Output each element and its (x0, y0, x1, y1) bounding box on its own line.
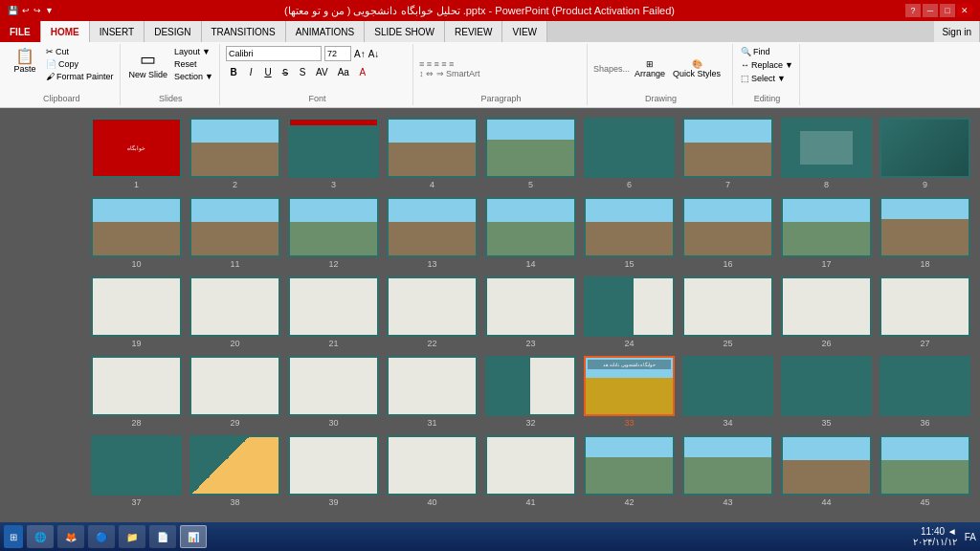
increase-font-button[interactable]: A↓ (368, 49, 380, 59)
tab-design[interactable]: DESIGN (145, 21, 201, 42)
taskbar-acrobat[interactable]: 📄 (149, 525, 176, 548)
slide-item-16[interactable]: 16 (682, 197, 773, 269)
slide-item-32[interactable]: 32 (485, 356, 576, 428)
tab-view[interactable]: VIEW (502, 21, 547, 42)
slide-thumb-42[interactable] (584, 435, 675, 496)
find-button[interactable]: 🔍 Find (739, 46, 772, 57)
shadow-button[interactable]: S (295, 65, 310, 79)
slide-item-15[interactable]: 15 (584, 197, 675, 269)
slide-item-39[interactable]: 39 (288, 435, 379, 507)
tab-file[interactable]: FILE (0, 21, 41, 42)
slide-thumb-4[interactable] (387, 118, 478, 178)
slide-thumb-16[interactable] (682, 197, 773, 257)
tab-review[interactable]: REVIEW (445, 21, 502, 42)
slide-thumb-10[interactable] (91, 197, 182, 257)
minimize-button[interactable]: ─ (923, 4, 938, 17)
slide-thumb-26[interactable] (781, 276, 872, 337)
slide-thumb-36[interactable] (880, 356, 970, 416)
slide-thumb-24[interactable] (584, 276, 675, 337)
strikethrough-button[interactable]: S̶ (278, 65, 293, 79)
undo-icon[interactable]: ↩ (22, 6, 30, 15)
slide-item-35[interactable]: 35 (781, 356, 872, 428)
new-slide-button[interactable]: ▭ New Slide (126, 46, 171, 82)
taskbar-ie[interactable]: 🌐 (27, 525, 54, 548)
slide-thumb-30[interactable] (288, 356, 379, 416)
slide-thumb-21[interactable] (288, 276, 379, 337)
paste-button[interactable]: 📋 Paste (8, 46, 42, 77)
slide-thumb-29[interactable] (189, 356, 280, 416)
slide-item-4[interactable]: 4 (387, 118, 478, 189)
font-size-input[interactable] (324, 46, 351, 61)
slide-thumb-12[interactable] (288, 197, 379, 257)
replace-button[interactable]: ↔ Replace ▼ (739, 59, 795, 71)
slide-thumb-35[interactable] (781, 356, 872, 416)
slide-thumb-41[interactable] (485, 435, 576, 496)
slide-item-45[interactable]: 45 (880, 435, 970, 507)
tab-insert[interactable]: INSERT (90, 21, 145, 42)
slide-thumb-17[interactable] (781, 197, 872, 257)
slide-item-30[interactable]: 30 (288, 356, 379, 428)
tab-slideshow[interactable]: SLIDE SHOW (365, 21, 445, 42)
slide-item-2[interactable]: 2 (189, 118, 280, 189)
underline-button[interactable]: U (260, 65, 276, 79)
change-case-button[interactable]: Aa (334, 65, 353, 79)
slide-item-6[interactable]: 6 (584, 118, 675, 189)
cut-button[interactable]: ✂ Cut (44, 46, 116, 57)
arrange-button[interactable]: ⊞ Arrange (632, 56, 668, 81)
slide-thumb-19[interactable] (91, 276, 182, 337)
section-button[interactable]: Section ▼ (172, 71, 215, 82)
slide-thumb-34[interactable] (682, 356, 773, 416)
slide-thumb-13[interactable] (387, 197, 478, 257)
tab-home[interactable]: HOME (41, 21, 90, 42)
select-button[interactable]: ⬚ Select ▼ (739, 73, 788, 84)
sign-in-button[interactable]: Sign in (934, 21, 980, 42)
slide-item-34[interactable]: 34 (682, 356, 773, 428)
tab-transitions[interactable]: TRANSITIONS (202, 21, 286, 42)
slide-item-3[interactable]: 3 (288, 118, 379, 189)
restore-button[interactable]: □ (940, 4, 955, 17)
slide-thumb-31[interactable] (387, 356, 478, 416)
slide-item-33[interactable]: خوابگاه دانشجویی نادانه هد 33 (584, 356, 675, 428)
slide-thumb-5[interactable] (485, 118, 576, 178)
slide-item-8[interactable]: 8 (781, 118, 872, 189)
slide-thumb-27[interactable] (880, 276, 970, 337)
slide-item-1[interactable]: خوابگاه 1 (91, 118, 182, 189)
slide-thumb-8[interactable] (781, 118, 872, 178)
slide-sorter[interactable]: 9 8 7 6 (0, 108, 980, 531)
slide-item-26[interactable]: 26 (781, 276, 872, 348)
slide-thumb-33[interactable]: خوابگاه دانشجویی نادانه هد (584, 356, 675, 416)
save-icon[interactable]: 💾 (8, 6, 18, 15)
font-name-input[interactable] (226, 46, 322, 61)
decrease-font-button[interactable]: A↑ (354, 49, 366, 59)
slide-item-23[interactable]: 23 (485, 276, 576, 348)
slide-thumb-23[interactable] (485, 276, 576, 337)
font-color-button[interactable]: A (355, 65, 370, 79)
slide-thumb-18[interactable] (880, 197, 970, 257)
slide-thumb-2[interactable] (189, 118, 280, 178)
bold-button[interactable]: B (226, 65, 241, 79)
slide-thumb-11[interactable] (189, 197, 280, 257)
slide-thumb-38[interactable] (189, 435, 280, 496)
slide-item-12[interactable]: 12 (288, 197, 379, 269)
customize-icon[interactable]: ▼ (45, 6, 54, 15)
taskbar-chrome[interactable]: 🔵 (88, 525, 115, 548)
char-spacing-button[interactable]: AV (312, 65, 332, 79)
slide-thumb-15[interactable] (584, 197, 675, 257)
slide-thumb-45[interactable] (880, 435, 970, 496)
slide-item-38[interactable]: 38 (189, 435, 280, 507)
taskbar-firefox[interactable]: 🦊 (57, 525, 84, 548)
slide-thumb-3[interactable] (288, 118, 379, 178)
taskbar-powerpoint[interactable]: 📊 (180, 525, 207, 548)
slide-item-43[interactable]: 43 (682, 435, 773, 507)
slide-thumb-25[interactable] (682, 276, 773, 337)
slide-item-10[interactable]: 10 (91, 197, 182, 269)
slide-item-20[interactable]: 20 (189, 276, 280, 348)
slide-thumb-37[interactable] (91, 435, 182, 496)
reset-button[interactable]: Reset (172, 58, 215, 70)
slide-item-40[interactable]: 40 (387, 435, 478, 507)
italic-button[interactable]: I (243, 65, 258, 79)
slide-item-22[interactable]: 22 (387, 276, 478, 348)
slide-item-44[interactable]: 44 (781, 435, 872, 507)
slide-thumb-22[interactable] (387, 276, 478, 337)
slide-item-41[interactable]: 41 (485, 435, 576, 507)
